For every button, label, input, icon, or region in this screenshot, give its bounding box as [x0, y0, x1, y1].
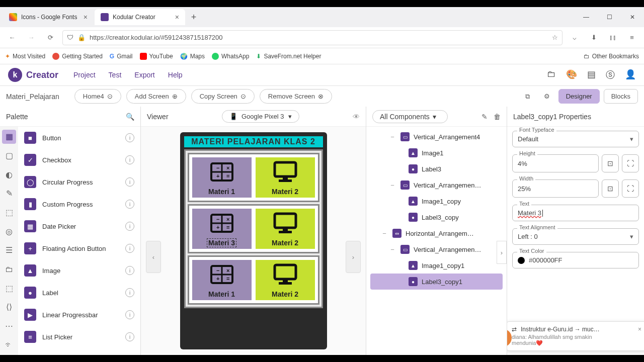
palette-item[interactable]: ▮Custom Progressi: [18, 193, 140, 215]
materi-card[interactable]: −×+=Materi 1: [192, 260, 252, 300]
cat-drawing-icon[interactable]: ✎: [2, 187, 16, 201]
theme-icon[interactable]: 🎨: [566, 69, 577, 81]
collapse-panel-icon[interactable]: ›: [497, 241, 507, 264]
search-icon[interactable]: 🔍: [126, 113, 134, 121]
palette-item[interactable]: ✓Checkboxi: [18, 149, 140, 171]
materi-card[interactable]: −×+=Materi 1: [192, 157, 252, 198]
tree-node[interactable]: −⇔Horizontal_Arrangem…: [370, 225, 503, 241]
cat-sensors-icon[interactable]: ◎: [2, 224, 16, 238]
expand-icon[interactable]: −: [388, 133, 396, 141]
info-icon[interactable]: i: [125, 266, 134, 275]
device-selector[interactable]: 📱 Google Pixel 3 ▾: [222, 110, 299, 123]
text-input[interactable]: Materi 3: [512, 205, 639, 221]
gallery-icon[interactable]: ▤: [587, 69, 596, 81]
menu-icon[interactable]: ≡: [625, 31, 639, 45]
tree-node[interactable]: ▲Image1: [370, 145, 503, 161]
visibility-icon[interactable]: 👁: [353, 113, 360, 121]
bookmark-item[interactable]: YouTube: [140, 53, 173, 60]
bookmark-item[interactable]: WhatsApp: [212, 53, 249, 60]
palette-item[interactable]: ●Labeli: [18, 282, 140, 304]
palette-item[interactable]: ≡List Pickeri: [18, 326, 140, 348]
blocks-toggle[interactable]: Blocks: [604, 89, 638, 104]
bookmark-item[interactable]: ✦Most Visited: [5, 53, 45, 60]
maximize-icon[interactable]: ☐: [598, 7, 621, 27]
forward-icon[interactable]: →: [24, 31, 38, 45]
menu-project[interactable]: Project: [73, 71, 96, 79]
expand-icon[interactable]: −: [388, 246, 396, 253]
fit-width-icon[interactable]: ⊡: [602, 179, 619, 198]
tree-node[interactable]: ▲Image1_copy: [370, 193, 503, 209]
menu-export[interactable]: Export: [134, 71, 154, 79]
info-icon[interactable]: i: [125, 244, 134, 253]
notification-toast[interactable]: IE ⇄Instruktur e-Guru.id → muc…× diana: …: [507, 321, 644, 351]
assets-icon[interactable]: 🗀: [547, 69, 556, 81]
download-icon[interactable]: ⬇: [587, 31, 601, 45]
url-input[interactable]: 🛡 🔒 https://creator.kodular.io/#59124387…: [62, 30, 562, 45]
tree-node[interactable]: −▭Vertical_Arrangement4: [370, 129, 503, 145]
palette-item[interactable]: ◯Circular Progressi: [18, 171, 140, 193]
info-icon[interactable]: i: [125, 177, 134, 187]
fill-width-icon[interactable]: ⛶: [622, 179, 639, 198]
remove-screen-button[interactable]: Remove Screen⊗: [260, 89, 332, 104]
tree-node[interactable]: ▲Image1_copy1: [370, 257, 503, 274]
palette-item[interactable]: ■Buttoni: [18, 127, 140, 149]
cat-user-interface-icon[interactable]: ▦: [2, 130, 16, 144]
palette-item[interactable]: ▶Linear Progressbari: [18, 304, 140, 326]
bookmark-item[interactable]: 🌍Maps: [180, 53, 205, 60]
info-icon[interactable]: i: [125, 200, 134, 209]
browser-tab-active[interactable]: Kodular Creator ×: [95, 9, 185, 25]
settings-icon[interactable]: ⚙: [539, 89, 554, 104]
edit-icon[interactable]: ✎: [481, 113, 488, 121]
close-icon[interactable]: ×: [175, 13, 179, 21]
info-icon[interactable]: i: [125, 332, 134, 341]
delete-icon[interactable]: 🗑: [494, 113, 501, 121]
fill-height-icon[interactable]: ⛶: [622, 154, 639, 172]
cat-layout-icon[interactable]: ▢: [2, 149, 16, 163]
materi-card[interactable]: Materi 2: [256, 260, 315, 300]
text-align-select[interactable]: Left : 0▾: [512, 228, 639, 245]
bookmark-item[interactable]: ⬇SaveFrom.net Helper: [256, 53, 321, 60]
height-input[interactable]: 4%: [512, 154, 599, 172]
new-tab-button[interactable]: +: [186, 10, 201, 25]
pocket-icon[interactable]: ⌵: [568, 31, 582, 45]
info-icon[interactable]: i: [125, 222, 134, 231]
materi-card[interactable]: −×+=Materi 3: [192, 209, 252, 249]
cat-maps-icon[interactable]: ⬚: [2, 206, 16, 220]
font-typeface-select[interactable]: Default▾: [512, 131, 639, 147]
bookmark-item[interactable]: Getting Started: [52, 53, 103, 60]
width-input[interactable]: 25%: [512, 179, 599, 198]
designer-toggle[interactable]: Designer: [558, 89, 600, 104]
info-icon[interactable]: i: [125, 288, 134, 297]
menu-help[interactable]: Help: [168, 71, 183, 79]
kodular-logo[interactable]: kCreator: [8, 68, 58, 82]
library-icon[interactable]: ⫿⫿: [606, 31, 620, 45]
browser-tab[interactable]: Icons - Google Fonts ×: [3, 9, 94, 25]
prev-screen-button[interactable]: ‹: [146, 241, 161, 273]
info-icon[interactable]: i: [125, 133, 134, 142]
minimize-icon[interactable]: ―: [575, 7, 598, 27]
close-icon[interactable]: ×: [84, 13, 88, 21]
bookmark-item[interactable]: GGmail: [110, 53, 133, 60]
copy-screen-button[interactable]: Copy Screen⊙: [191, 89, 255, 104]
cat-monetization-icon[interactable]: ᯤ: [2, 338, 16, 352]
cat-social-icon[interactable]: ☰: [2, 243, 16, 257]
cat-storage-icon[interactable]: 🗀: [2, 262, 16, 277]
back-icon[interactable]: ←: [5, 31, 19, 45]
palette-item[interactable]: ▦Date Pickeri: [18, 215, 140, 237]
materi-card[interactable]: Materi 2: [256, 157, 315, 198]
next-screen-button[interactable]: ›: [346, 241, 361, 273]
text-color-input[interactable]: #000000FF: [512, 252, 639, 268]
cat-media-icon[interactable]: ◐: [2, 167, 16, 182]
components-dropdown[interactable]: All Components ▾: [372, 110, 448, 123]
info-icon[interactable]: i: [125, 310, 134, 319]
tree-node[interactable]: −▭Vertical_Arrangemen…: [370, 241, 503, 257]
copy-icon[interactable]: ⧉: [520, 89, 535, 104]
fit-height-icon[interactable]: ⊡: [602, 154, 619, 172]
palette-item[interactable]: ▲Imagei: [18, 259, 140, 282]
materi-card[interactable]: Materi 2: [256, 209, 315, 249]
cat-utilities-icon[interactable]: ⬚: [2, 281, 16, 295]
account-icon[interactable]: 👤: [625, 69, 636, 81]
other-bookmarks[interactable]: 🗀Other Bookmarks: [584, 53, 639, 60]
bookmark-star-icon[interactable]: ☆: [552, 34, 558, 41]
close-icon[interactable]: ×: [638, 326, 641, 333]
